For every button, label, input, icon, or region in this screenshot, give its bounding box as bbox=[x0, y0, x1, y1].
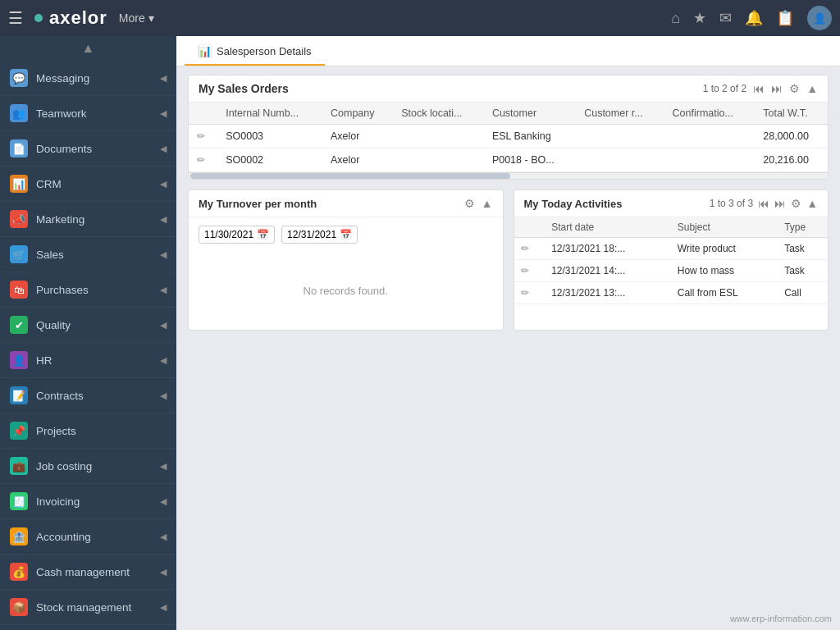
act3-subject: Call from ESL bbox=[671, 282, 778, 304]
sidebar-scroll-up[interactable]: ▲ bbox=[0, 36, 176, 61]
more-button[interactable]: More ▾ bbox=[119, 11, 154, 25]
edit-act3-icon[interactable]: ✏ bbox=[521, 287, 529, 299]
sidebar-item-jobcosting[interactable]: 💼 Job costing ◀ bbox=[0, 449, 176, 484]
activities-table: Start date Subject Type ✏ 12/31/2021 18:… bbox=[514, 217, 829, 304]
sidebar-label-quality: Quality bbox=[36, 319, 71, 331]
sidebar-item-projects[interactable]: 📌 Projects bbox=[0, 413, 176, 449]
sidebar-item-cash-management[interactable]: 💰 Cash management ◀ bbox=[0, 555, 176, 590]
date-from-input[interactable]: 11/30/2021 📅 bbox=[199, 226, 275, 244]
sidebar-item-teamwork[interactable]: 👥 Teamwork ◀ bbox=[0, 96, 176, 131]
calendar-from-icon[interactable]: 📅 bbox=[257, 229, 269, 240]
tab-label: Salesperson Details bbox=[217, 45, 312, 57]
invoicing-icon: 🧾 bbox=[10, 492, 28, 510]
tab-salesperson-details[interactable]: 📊 Salesperson Details bbox=[185, 36, 325, 66]
pagination-last-icon[interactable]: ⏭ bbox=[771, 82, 783, 95]
favorites-icon[interactable]: ★ bbox=[693, 9, 706, 27]
activities-last-icon[interactable]: ⏭ bbox=[774, 197, 786, 210]
sidebar-item-quality[interactable]: ✔ Quality ◀ bbox=[0, 308, 176, 343]
act2-type: Task bbox=[778, 260, 828, 282]
cash-management-icon: 💰 bbox=[10, 563, 28, 581]
activities-table-wrapper: Start date Subject Type ✏ 12/31/2021 18:… bbox=[514, 217, 829, 304]
activities-settings-icon[interactable]: ⚙ bbox=[791, 197, 801, 210]
activities-collapse-icon[interactable]: ▲ bbox=[806, 197, 818, 210]
chevron-documents: ◀ bbox=[160, 144, 167, 154]
sidebar-item-crm[interactable]: 📊 CRM ◀ bbox=[0, 167, 176, 202]
date-to-input[interactable]: 12/31/2021 📅 bbox=[281, 226, 358, 244]
turnover-collapse-icon[interactable]: ▲ bbox=[482, 197, 493, 210]
act-col-edit bbox=[514, 217, 546, 238]
sidebar-item-messaging[interactable]: 💬 Messaging ◀ bbox=[0, 61, 176, 96]
topnav-icons: ⌂ ★ ✉ 🔔 📋 👤 bbox=[671, 6, 832, 30]
chevron-jobcosting: ◀ bbox=[160, 461, 167, 472]
bottom-panels: My Turnover per month ⚙ ▲ 11/30/2021 📅 1… bbox=[188, 189, 829, 331]
cell-custref-so0003 bbox=[576, 125, 664, 148]
act-col-subject: Subject bbox=[671, 217, 778, 238]
turnover-panel: My Turnover per month ⚙ ▲ 11/30/2021 📅 1… bbox=[188, 189, 504, 331]
col-internal-number: Internal Numb... bbox=[217, 103, 322, 125]
chevron-crm: ◀ bbox=[160, 179, 167, 189]
hamburger-button[interactable]: ☰ bbox=[8, 8, 23, 28]
turnover-date-range: 11/30/2021 📅 12/31/2021 📅 bbox=[189, 217, 503, 252]
turnover-title: My Turnover per month bbox=[199, 198, 317, 210]
notifications-icon[interactable]: 🔔 bbox=[745, 9, 763, 27]
date-from-value: 11/30/2021 bbox=[204, 229, 253, 240]
docs-icon[interactable]: 📋 bbox=[776, 9, 794, 27]
edit-so0002-icon[interactable]: ✏ bbox=[197, 154, 205, 166]
content-inner: My Sales Orders 1 to 2 of 2 ⏮ ⏭ ⚙ ▲ bbox=[176, 66, 840, 630]
col-total-wt: Total W.T. bbox=[755, 103, 828, 125]
sidebar-item-accounting[interactable]: 🏦 Accounting ◀ bbox=[0, 519, 176, 555]
col-stock-location: Stock locati... bbox=[393, 103, 484, 125]
turnover-no-records: No records found. bbox=[189, 252, 503, 330]
sidebar-item-documents[interactable]: 📄 Documents ◀ bbox=[0, 131, 176, 167]
cell-customer-so0003: ESL Banking bbox=[484, 125, 576, 148]
user-avatar[interactable]: 👤 bbox=[807, 6, 832, 30]
act1-start-date: 12/31/2021 18:... bbox=[545, 238, 671, 260]
sidebar-item-stock-management[interactable]: 📦 Stock management ◀ bbox=[0, 590, 176, 625]
edit-act2-icon[interactable]: ✏ bbox=[521, 265, 529, 276]
table-row: ✏ 12/31/2021 18:... Write product Task bbox=[514, 238, 829, 260]
activities-first-icon[interactable]: ⏮ bbox=[758, 197, 769, 210]
home-icon[interactable]: ⌂ bbox=[671, 10, 680, 27]
collapse-icon[interactable]: ▲ bbox=[806, 82, 818, 95]
sidebar-label-teamwork: Teamwork bbox=[36, 107, 87, 120]
cell-company-so0003: Axelor bbox=[322, 125, 393, 148]
pagination-first-icon[interactable]: ⏮ bbox=[753, 82, 765, 95]
chevron-hr: ◀ bbox=[160, 355, 167, 366]
sidebar-label-contracts: Contracts bbox=[36, 390, 84, 402]
col-customer-ref: Customer r... bbox=[576, 103, 664, 125]
sidebar-item-hr[interactable]: 👤 HR ◀ bbox=[0, 343, 176, 378]
calendar-to-icon[interactable]: 📅 bbox=[340, 229, 352, 240]
cell-total-so0002: 20,216.00 bbox=[755, 148, 828, 172]
sidebar-item-invoicing[interactable]: 🧾 Invoicing ◀ bbox=[0, 484, 176, 519]
sidebar-item-manufacturing[interactable]: ⚙ Manufacturing ◀ bbox=[0, 625, 176, 630]
settings-icon[interactable]: ⚙ bbox=[789, 82, 800, 95]
sidebar-label-sales: Sales bbox=[36, 249, 64, 261]
quality-icon: ✔ bbox=[10, 316, 28, 334]
mail-icon[interactable]: ✉ bbox=[719, 9, 732, 27]
crm-icon: 📊 bbox=[10, 175, 28, 193]
projects-icon: 📌 bbox=[10, 422, 28, 440]
sidebar-label-cash-management: Cash management bbox=[36, 566, 130, 578]
chevron-invoicing: ◀ bbox=[160, 496, 167, 507]
turnover-settings-icon[interactable]: ⚙ bbox=[464, 197, 475, 210]
date-to-value: 12/31/2021 bbox=[287, 229, 336, 240]
sidebar-item-marketing[interactable]: 📣 Marketing ◀ bbox=[0, 202, 176, 237]
sidebar-item-purchases[interactable]: 🛍 Purchases ◀ bbox=[0, 272, 176, 308]
sidebar-label-crm: CRM bbox=[36, 178, 62, 190]
act1-type: Task bbox=[778, 238, 828, 260]
table-row: ✏ 12/31/2021 13:... Call from ESL Call bbox=[514, 282, 829, 304]
tab-chart-icon: 📊 bbox=[198, 44, 212, 57]
edit-act1-icon[interactable]: ✏ bbox=[521, 243, 529, 254]
activities-panel: My Today Activities 1 to 3 of 3 ⏮ ⏭ ⚙ ▲ bbox=[514, 189, 829, 331]
sidebar-label-stock-management: Stock management bbox=[36, 601, 131, 614]
chevron-contracts: ◀ bbox=[160, 390, 167, 401]
cell-total-so0003: 28,000.00 bbox=[755, 125, 828, 148]
teamwork-icon: 👥 bbox=[10, 104, 28, 122]
act3-type: Call bbox=[778, 282, 828, 304]
cell-internal-so0002: SO0002 bbox=[217, 148, 322, 172]
edit-so0003-icon[interactable]: ✏ bbox=[197, 130, 205, 142]
sidebar-item-contracts[interactable]: 📝 Contracts ◀ bbox=[0, 378, 176, 413]
sidebar-label-messaging: Messaging bbox=[36, 72, 89, 84]
chevron-teamwork: ◀ bbox=[160, 108, 167, 119]
sidebar-item-sales[interactable]: 🛒 Sales ◀ bbox=[0, 237, 176, 272]
